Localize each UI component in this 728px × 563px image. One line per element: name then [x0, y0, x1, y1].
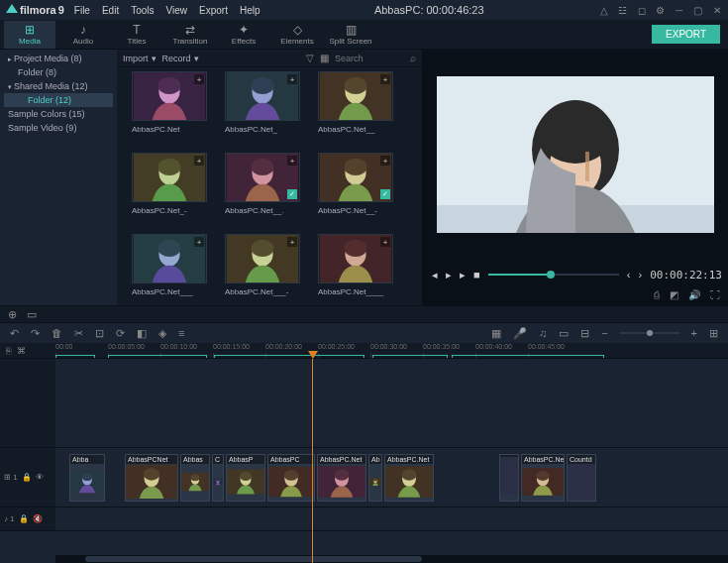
grid-view-icon[interactable]: ▦	[320, 53, 329, 63]
media-thumbnail[interactable]: +AbbasPC.Net____	[311, 234, 400, 305]
user-icon[interactable]: △	[598, 5, 609, 16]
volume-icon[interactable]: 🔊	[688, 289, 700, 301]
settings-icon[interactable]: ⚙	[655, 5, 666, 16]
undo-icon[interactable]: ↶	[10, 327, 19, 340]
timeline-clip[interactable]: AbbasP	[226, 454, 265, 502]
search-input[interactable]	[335, 54, 404, 63]
delete-icon[interactable]: 🗑	[52, 327, 62, 339]
timeline-clip[interactable]: AbbasPCNet	[125, 454, 178, 502]
sidebar-item[interactable]: ▾Shared Media (12)	[4, 79, 113, 93]
stop-button[interactable]: ■	[473, 269, 480, 281]
zoom-to-fit-icon[interactable]: ⊟	[580, 327, 589, 340]
timeline-clip[interactable]: AbbasPC.Net	[384, 454, 434, 502]
tab-elements[interactable]: ◇Elements	[271, 21, 323, 49]
prev-frame-button[interactable]: ◂	[432, 269, 438, 282]
menu-file[interactable]: File	[74, 5, 90, 16]
next-marker-icon[interactable]: ›	[638, 269, 642, 281]
play-button[interactable]: ▸	[446, 269, 452, 282]
cloud-icon[interactable]: ◻	[636, 5, 647, 16]
scrub-head[interactable]	[547, 271, 555, 279]
mixer-icon[interactable]: ▦	[491, 327, 501, 340]
tab-media[interactable]: ⊞Media	[4, 21, 55, 49]
tab-split-screen[interactable]: ▥Split Screen	[325, 21, 376, 49]
scrub-slider[interactable]	[488, 274, 619, 276]
notification-icon[interactable]: ☳	[617, 5, 628, 16]
media-thumbnail[interactable]: +AbbasPC.Net	[125, 71, 214, 151]
tab-audio[interactable]: ♪Audio	[57, 21, 109, 49]
add-icon[interactable]: +	[287, 156, 297, 166]
add-icon[interactable]: +	[194, 74, 204, 84]
zoom-in-icon[interactable]: +	[691, 327, 697, 339]
preview-viewport[interactable]	[422, 50, 728, 260]
new-folder-icon[interactable]: ▭	[27, 308, 37, 321]
search-icon[interactable]: ⌕	[410, 53, 416, 63]
snapshot-icon[interactable]: ⎙	[654, 289, 660, 301]
tab-effects[interactable]: ✦Effects	[218, 21, 269, 49]
scrollbar-thumb[interactable]	[85, 556, 422, 562]
timeline-clip[interactable]: Abbas	[180, 454, 210, 502]
add-icon[interactable]: +	[380, 237, 390, 247]
timeline-scrollbar[interactable]	[55, 555, 728, 563]
filter-icon[interactable]: ▽	[306, 53, 314, 63]
add-icon[interactable]: +	[380, 156, 390, 166]
sidebar-item[interactable]: ▸Project Media (8)	[4, 52, 113, 65]
menu-export[interactable]: Export	[199, 5, 228, 16]
media-thumbnail[interactable]: +AbbasPC.Net_-	[125, 153, 214, 232]
media-thumbnail[interactable]: +AbbasPC.Net_	[218, 71, 307, 151]
menu-help[interactable]: Help	[240, 5, 260, 16]
timeline-clip[interactable]: C	[212, 454, 224, 502]
timeline-clip[interactable]: AbbasPC	[267, 454, 315, 502]
adjust-icon[interactable]: ≡	[178, 327, 184, 339]
record-vo-icon[interactable]: 🎤	[513, 327, 527, 340]
next-frame-button[interactable]: ▸	[460, 269, 466, 282]
add-bin-icon[interactable]: ⊕	[8, 308, 17, 321]
split-icon[interactable]: ✂	[74, 327, 83, 340]
track-content[interactable]	[55, 359, 728, 447]
media-thumbnail[interactable]: +✓AbbasPC.Net__.	[218, 153, 307, 232]
menu-tools[interactable]: Tools	[131, 5, 154, 16]
close-icon[interactable]: ✕	[711, 5, 722, 16]
export-button[interactable]: EXPORT	[652, 25, 720, 44]
audio-icon[interactable]: ♫	[539, 327, 547, 339]
playhead[interactable]	[312, 359, 313, 563]
add-icon[interactable]: +	[287, 237, 297, 247]
media-thumbnail[interactable]: +AbbasPC.Net__	[311, 71, 400, 151]
add-icon[interactable]: +	[380, 74, 390, 84]
sidebar-item[interactable]: Sample Colors (15)	[4, 107, 113, 121]
marker-icon[interactable]: ◈	[158, 327, 166, 340]
menu-view[interactable]: View	[166, 5, 188, 16]
timeline-ruler[interactable]: 00:0000:00:05:0000:00:10:0000:00:15:0000…	[55, 343, 728, 358]
link-icon[interactable]: ⎘	[6, 346, 11, 356]
tab-titles[interactable]: TTitles	[111, 21, 162, 49]
video-track-content[interactable]: AbbaAbbasPCNetAbbasCAbbasPAbbasPCAbbasPC…	[55, 448, 728, 507]
timeline-clip[interactable]: AbbasPC.Net	[521, 454, 565, 502]
lock-icon[interactable]: 🔒	[19, 514, 29, 523]
view-icon[interactable]: ▭	[559, 327, 569, 340]
media-thumbnail[interactable]: +✓AbbasPC.Net__-	[311, 153, 400, 232]
lock-icon[interactable]: 🔒	[22, 473, 32, 482]
quality-icon[interactable]: ◩	[670, 289, 678, 301]
audio-track-content[interactable]	[55, 507, 728, 530]
prev-marker-icon[interactable]: ‹	[627, 269, 631, 281]
redo-icon[interactable]: ↷	[31, 327, 40, 340]
mute-icon[interactable]: 🔇	[33, 514, 43, 523]
minimize-icon[interactable]: ─	[674, 5, 684, 16]
add-icon[interactable]: +	[287, 74, 297, 84]
manage-tracks-icon[interactable]: ⊞	[709, 327, 718, 340]
media-thumbnail[interactable]: +AbbasPC.Net___-	[218, 234, 307, 305]
add-icon[interactable]: +	[194, 237, 204, 247]
media-thumbnail[interactable]: +AbbasPC.Net___	[125, 234, 214, 305]
timeline-clip[interactable]	[499, 454, 519, 502]
timeline-clip[interactable]: Countd	[567, 454, 596, 502]
sidebar-item[interactable]: Folder (8)	[4, 65, 113, 79]
zoom-slider[interactable]	[620, 332, 679, 334]
sidebar-item[interactable]: Folder (12)	[4, 93, 113, 107]
maximize-icon[interactable]: ▢	[692, 5, 703, 16]
snap-icon[interactable]: ⌘	[17, 346, 26, 356]
crop-icon[interactable]: ⊡	[95, 327, 104, 340]
speed-icon[interactable]: ⟳	[116, 327, 125, 340]
color-icon[interactable]: ◧	[137, 327, 147, 340]
add-icon[interactable]: +	[194, 156, 204, 166]
menu-edit[interactable]: Edit	[102, 5, 119, 16]
playhead-handle[interactable]	[308, 351, 318, 359]
